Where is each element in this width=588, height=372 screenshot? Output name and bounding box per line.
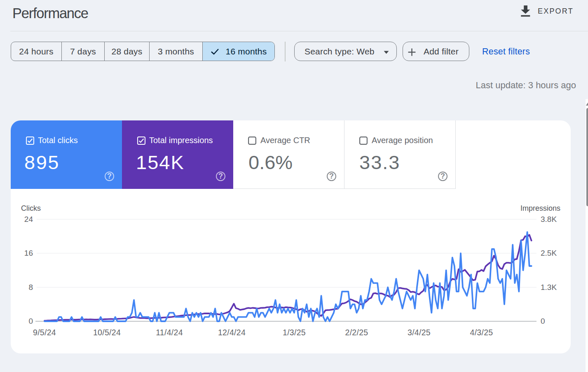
svg-text:2.5K: 2.5K bbox=[541, 249, 557, 257]
svg-text:1.3K: 1.3K bbox=[541, 283, 557, 292]
svg-text:Clicks: Clicks bbox=[21, 204, 41, 212]
svg-text:16: 16 bbox=[24, 249, 33, 257]
svg-text:12/4/24: 12/4/24 bbox=[218, 328, 246, 337]
svg-text:3.8K: 3.8K bbox=[541, 215, 557, 224]
svg-text:11/4/24: 11/4/24 bbox=[156, 328, 183, 337]
svg-text:10/5/24: 10/5/24 bbox=[93, 328, 121, 337]
svg-text:8: 8 bbox=[28, 283, 33, 292]
svg-text:0: 0 bbox=[541, 317, 545, 325]
svg-text:9/5/24: 9/5/24 bbox=[33, 328, 56, 337]
svg-text:24: 24 bbox=[24, 215, 33, 224]
svg-text:0: 0 bbox=[28, 317, 33, 325]
svg-text:3/4/25: 3/4/25 bbox=[408, 328, 431, 337]
svg-text:1/3/25: 1/3/25 bbox=[283, 328, 306, 337]
svg-text:4/3/25: 4/3/25 bbox=[470, 328, 493, 337]
svg-text:2/2/25: 2/2/25 bbox=[345, 328, 368, 337]
svg-text:Impressions: Impressions bbox=[520, 204, 560, 212]
